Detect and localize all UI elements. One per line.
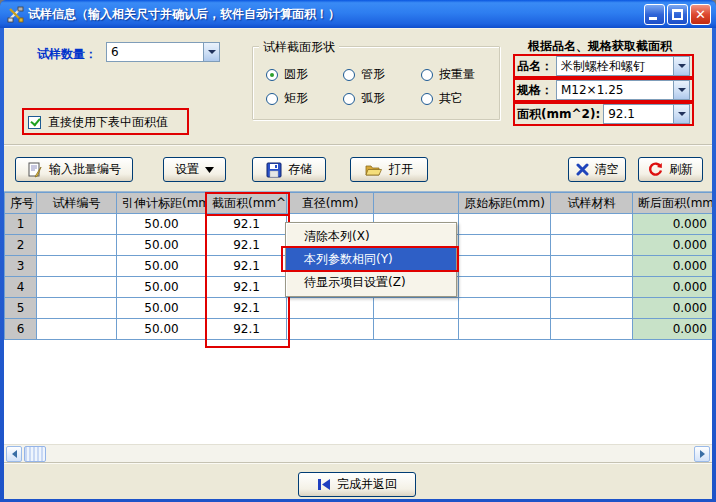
area-cell[interactable]: 92.1 [207, 277, 287, 298]
menu-item-same-params[interactable]: 本列参数相同(Y) [286, 248, 456, 271]
window-title: 试样信息（输入相关尺寸并确认后，软件自动计算面积！） [28, 6, 644, 23]
sample-id-cell[interactable] [37, 235, 117, 256]
gauge-cell[interactable]: 50.00 [117, 214, 207, 235]
orig-gauge-cell[interactable] [459, 277, 551, 298]
spec-value: M12×1.25 [561, 83, 673, 97]
product-combobox[interactable]: 米制螺栓和螺钉 [556, 56, 690, 76]
sample-count-combobox[interactable]: 6 [106, 42, 220, 62]
orig-gauge-cell[interactable] [459, 256, 551, 277]
material-cell[interactable] [551, 319, 633, 340]
extra-cell[interactable] [374, 298, 459, 319]
radio-tubular[interactable]: 管形 [343, 66, 385, 83]
sample-id-cell[interactable] [37, 319, 117, 340]
open-label: 打开 [389, 161, 413, 178]
done-return-button[interactable]: 完成并返回 [298, 472, 416, 497]
col-header-orig-gauge[interactable]: 原始标距(mm) [459, 193, 551, 214]
sample-id-cell[interactable] [37, 214, 117, 235]
close-icon: ✕ [695, 7, 706, 22]
chevron-down-icon[interactable] [673, 57, 689, 75]
col-header-area[interactable]: 截面积(mm^2) [207, 193, 287, 214]
menu-item-clear-column[interactable]: 清除本列(X) [286, 225, 456, 248]
area-cell[interactable]: 92.1 [207, 214, 287, 235]
clear-button[interactable]: 清空 [568, 157, 626, 182]
extra-cell[interactable] [374, 319, 459, 340]
radio-label: 按重量 [439, 66, 475, 83]
material-cell[interactable] [551, 256, 633, 277]
tools-icon [7, 6, 24, 23]
horizontal-scrollbar[interactable] [4, 444, 712, 462]
col-header-extra[interactable] [374, 193, 459, 214]
open-button[interactable]: 打开 [350, 157, 428, 182]
settings-button[interactable]: 设置 [163, 157, 226, 182]
orig-gauge-cell[interactable] [459, 235, 551, 256]
refresh-button[interactable]: 刷新 [638, 157, 703, 182]
material-cell[interactable] [551, 277, 633, 298]
chevron-down-icon[interactable] [673, 105, 689, 123]
col-header-no[interactable]: 序号 [5, 193, 37, 214]
menu-item-display-settings[interactable]: 待显示项目设置(Z) [286, 271, 456, 294]
radio-other[interactable]: 其它 [421, 90, 463, 107]
skip-back-icon [317, 478, 331, 491]
col-header-material[interactable]: 试样材料 [551, 193, 633, 214]
area-cell[interactable]: 92.1 [207, 256, 287, 277]
gauge-cell[interactable]: 50.00 [117, 256, 207, 277]
area-row: 面积(mm^2): 92.1 [513, 102, 694, 126]
scroll-left-button[interactable] [6, 446, 22, 462]
radio-by-weight[interactable]: 按重量 [421, 66, 475, 83]
radio-icon[interactable] [343, 93, 355, 105]
col-header-diameter[interactable]: 直径(mm) [287, 193, 374, 214]
gauge-cell[interactable]: 50.00 [117, 235, 207, 256]
material-cell[interactable] [551, 235, 633, 256]
radio-selected-icon[interactable] [266, 69, 278, 81]
maximize-button[interactable] [667, 4, 688, 25]
spec-combobox[interactable]: M12×1.25 [556, 80, 690, 100]
chevron-down-icon[interactable] [203, 43, 219, 61]
gauge-cell[interactable]: 50.00 [117, 298, 207, 319]
radio-icon[interactable] [421, 69, 433, 81]
gauge-cell[interactable]: 50.00 [117, 319, 207, 340]
material-cell[interactable] [551, 214, 633, 235]
radio-circular[interactable]: 圆形 [266, 66, 308, 83]
product-row: 品名： 米制螺栓和螺钉 [513, 54, 694, 78]
area-cell[interactable]: 92.1 [207, 235, 287, 256]
gauge-cell[interactable]: 50.00 [117, 277, 207, 298]
col-header-after-area[interactable]: 断后面积(mm^2) [633, 193, 713, 214]
save-label: 存储 [288, 161, 312, 178]
titlebar: 试样信息（输入相关尺寸并确认后，软件自动计算面积！） ✕ [0, 0, 716, 28]
diameter-cell[interactable] [287, 298, 374, 319]
col-header-gauge[interactable]: 引伸计标距(mm) [117, 193, 207, 214]
area-cell[interactable]: 92.1 [207, 298, 287, 319]
scrollbar-thumb[interactable] [24, 446, 46, 462]
chevron-down-icon[interactable] [673, 81, 689, 99]
scroll-right-button[interactable] [694, 446, 710, 462]
table-header-row: 序号 试样编号 引伸计标距(mm) 截面积(mm^2) 直径(mm) 原始标距(… [5, 193, 713, 214]
orig-gauge-cell[interactable] [459, 319, 551, 340]
sample-id-cell[interactable] [37, 277, 117, 298]
area-combobox[interactable]: 92.1 [603, 104, 690, 124]
use-table-area-checkbox[interactable]: 直接使用下表中面积值 [28, 114, 168, 131]
row-number-cell: 1 [5, 214, 37, 235]
radio-rectangular[interactable]: 矩形 [266, 90, 308, 107]
radio-icon[interactable] [421, 93, 433, 105]
sample-id-cell[interactable] [37, 256, 117, 277]
after-area-cell: 0.000 [633, 256, 713, 277]
open-folder-icon [365, 163, 383, 177]
minimize-button[interactable] [644, 4, 665, 25]
area-cell[interactable]: 92.1 [207, 319, 287, 340]
col-header-sample-id[interactable]: 试样编号 [37, 193, 117, 214]
radio-icon[interactable] [343, 69, 355, 81]
orig-gauge-cell[interactable] [459, 214, 551, 235]
sample-id-cell[interactable] [37, 298, 117, 319]
save-button[interactable]: 存储 [252, 157, 326, 182]
bottom-bar: 完成并返回 [4, 462, 712, 499]
diameter-cell[interactable] [287, 319, 374, 340]
orig-gauge-cell[interactable] [459, 298, 551, 319]
sample-count-value: 6 [111, 45, 203, 59]
radio-icon[interactable] [266, 93, 278, 105]
settings-label: 设置 [175, 161, 199, 178]
material-cell[interactable] [551, 298, 633, 319]
batch-number-button[interactable]: 输入批量编号 [15, 157, 133, 182]
close-button[interactable]: ✕ [690, 4, 711, 25]
checkbox-checked-icon[interactable] [28, 116, 41, 129]
radio-arc[interactable]: 弧形 [343, 90, 385, 107]
